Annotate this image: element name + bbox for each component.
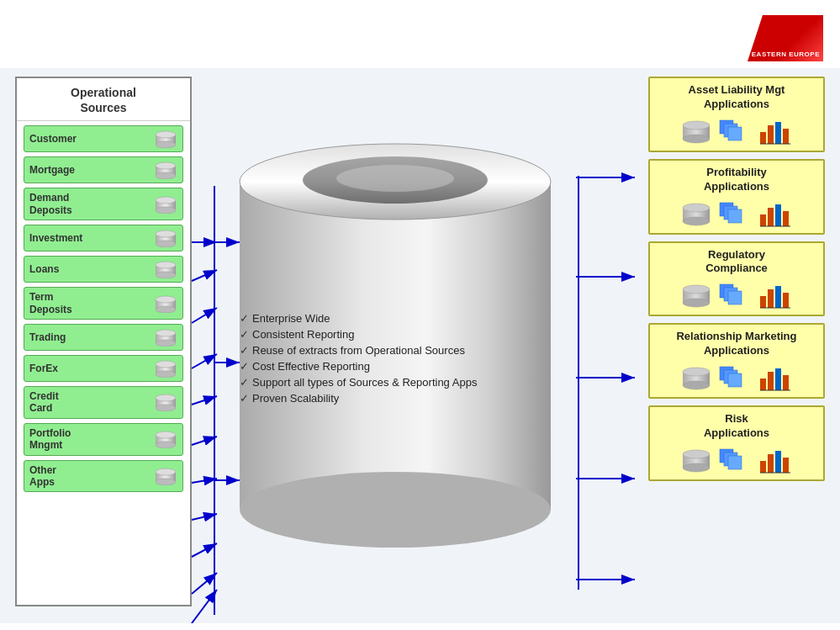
svg-rect-79 <box>775 368 781 390</box>
bullets-area: ✓Enterprise Wide✓Consistent Reporting✓Re… <box>240 304 559 408</box>
app-panel: ProfitabilityApplications <box>648 159 825 235</box>
svg-point-17 <box>156 306 176 313</box>
app-panel-icons <box>657 117 816 146</box>
svg-point-20 <box>156 340 176 347</box>
source-label: Loans <box>29 263 149 275</box>
bullet-text: Consistent Reporting <box>252 328 354 341</box>
svg-rect-44 <box>760 132 766 144</box>
bar-chart-icon <box>758 281 792 310</box>
svg-point-37 <box>336 165 454 192</box>
svg-line-102 <box>192 573 217 594</box>
small-cylinder-icon <box>681 201 711 226</box>
svg-point-29 <box>156 442 176 448</box>
svg-point-84 <box>683 463 710 472</box>
svg-point-31 <box>156 469 176 475</box>
logo-text: EASTERN EUROPE <box>752 50 820 58</box>
cylinder-icon <box>154 328 177 347</box>
svg-rect-45 <box>768 125 774 144</box>
svg-line-101 <box>192 543 217 557</box>
svg-point-83 <box>683 450 710 458</box>
blue-cube-icon <box>718 363 752 392</box>
app-panel-icons <box>657 281 816 310</box>
svg-line-100 <box>192 514 217 520</box>
source-label: Customer <box>29 133 149 145</box>
left-panel-title: OperationalSources <box>17 78 190 121</box>
source-label: Investment <box>29 232 149 244</box>
svg-line-98 <box>192 437 217 445</box>
svg-rect-47 <box>783 129 789 144</box>
svg-point-7 <box>156 197 176 204</box>
svg-line-94 <box>192 270 217 281</box>
bullet-item: ✓Support all types of Sources & Reportin… <box>240 376 559 389</box>
bar-chart-icon <box>758 117 792 146</box>
svg-rect-78 <box>768 372 774 390</box>
small-cylinder-icon <box>681 365 711 390</box>
cylinder-icon <box>154 195 177 214</box>
source-item: Mortgage <box>24 156 183 183</box>
app-panel-icons <box>657 363 816 392</box>
small-cylinder-icon <box>681 447 711 473</box>
source-label: OtherApps <box>29 464 149 489</box>
svg-point-16 <box>156 296 176 303</box>
svg-point-40 <box>683 135 710 143</box>
svg-point-13 <box>156 262 176 268</box>
bullet-text: Cost Effective Reporting <box>252 360 370 373</box>
bullet-text: Support all types of Sources & Reporting… <box>252 376 477 389</box>
small-cylinder-icon <box>681 119 711 144</box>
logo: EASTERN EUROPE <box>705 15 823 61</box>
app-panel-title: ProfitabilityApplications <box>657 166 816 194</box>
header: EASTERN EUROPE <box>0 0 840 68</box>
bar-chart-icon <box>758 446 792 474</box>
svg-point-72 <box>683 368 710 376</box>
blue-cube-icon <box>718 199 752 228</box>
svg-rect-54 <box>728 209 742 223</box>
svg-rect-46 <box>775 122 781 144</box>
checkmark-icon: ✓ <box>240 392 249 405</box>
svg-rect-80 <box>783 375 789 390</box>
svg-line-103 <box>192 590 217 623</box>
svg-point-28 <box>156 431 176 438</box>
cylinder-icon <box>154 229 177 247</box>
svg-point-19 <box>156 330 176 336</box>
svg-rect-91 <box>783 458 789 473</box>
source-label: Trading <box>29 331 149 343</box>
svg-rect-57 <box>775 204 781 226</box>
cylinder-icon <box>154 130 177 148</box>
svg-rect-68 <box>775 286 781 308</box>
app-panel-title: Relationship MarketingApplications <box>657 330 816 358</box>
bullet-item: ✓Cost Effective Reporting <box>240 360 559 373</box>
svg-point-62 <box>683 299 710 307</box>
source-label: ForEx <box>29 363 149 374</box>
svg-point-26 <box>156 405 176 411</box>
svg-point-32 <box>156 479 176 485</box>
source-label: TermDeposits <box>29 291 149 315</box>
bar-chart-icon <box>758 199 792 228</box>
cylinder-icon <box>154 393 177 411</box>
checkmark-icon: ✓ <box>240 312 249 325</box>
svg-point-25 <box>156 394 176 401</box>
bar-chart-icon <box>758 363 792 392</box>
source-item: TermDeposits <box>24 287 183 320</box>
svg-point-14 <box>156 272 176 278</box>
svg-rect-56 <box>768 208 774 226</box>
right-panels: Asset Liability MgtApplications Pr <box>648 77 825 481</box>
source-label: DemandDeposits <box>29 192 149 216</box>
source-item: PortfolioMngmt <box>24 423 183 456</box>
svg-point-11 <box>156 241 176 247</box>
svg-point-22 <box>156 361 176 368</box>
svg-rect-76 <box>728 373 742 387</box>
svg-rect-77 <box>760 379 766 390</box>
svg-point-10 <box>156 230 176 237</box>
source-label: Mortgage <box>29 164 149 176</box>
bullet-item: ✓Proven Scalability <box>240 392 559 405</box>
source-label: CreditCard <box>29 390 149 415</box>
svg-point-39 <box>683 121 710 130</box>
svg-point-61 <box>683 285 710 294</box>
svg-point-73 <box>683 381 710 389</box>
app-panel-icons <box>657 199 816 228</box>
svg-rect-69 <box>783 293 789 308</box>
bullet-item: ✓Enterprise Wide <box>240 312 559 325</box>
bullet-item: ✓Consistent Reporting <box>240 328 559 341</box>
svg-point-8 <box>156 207 176 214</box>
app-panel: RegulatoryCompliance <box>648 241 825 317</box>
